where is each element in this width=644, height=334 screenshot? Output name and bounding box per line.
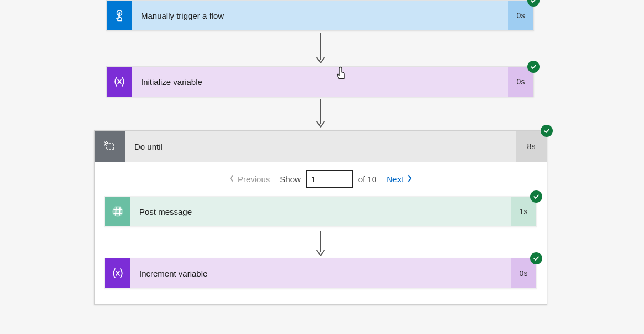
show-iteration-group: Show of 10 [280,170,376,188]
loop-icon [95,131,125,162]
flow-canvas: Manually trigger a flow 0s Initialize va… [0,0,644,334]
arrow-down-icon [315,97,326,129]
step-initialize-variable[interactable]: Initialize variable 0s [106,66,534,97]
iteration-input[interactable] [306,170,353,188]
next-iteration-button[interactable]: Next [386,174,412,184]
hash-icon [105,197,130,226]
show-label: Show [280,174,301,184]
previous-label: Previous [238,174,270,184]
next-label: Next [386,174,404,184]
previous-iteration-button[interactable]: Previous [229,174,270,184]
step-title: Manually trigger a flow [132,1,508,30]
success-badge-icon [541,125,553,137]
arrow-down-icon [104,227,537,258]
step-title: Increment variable [130,258,511,288]
success-badge-icon [530,190,542,203]
chevron-right-icon [407,174,412,184]
variable-icon [105,258,130,288]
step-title: Initialize variable [132,67,508,97]
step-trigger[interactable]: Manually trigger a flow 0s [106,0,534,31]
arrow-down-icon [315,31,326,65]
step-duration: 8s [516,131,547,162]
svg-point-5 [112,206,123,217]
svg-rect-4 [106,144,114,150]
success-badge-icon [530,252,542,264]
chevron-left-icon [229,174,234,184]
of-total-label: of 10 [358,174,376,184]
do-until-body: Previous Show of 10 Next [95,162,547,304]
variable-icon [107,67,132,97]
step-do-until-container[interactable]: Do until 8s Previous Show of 10 [94,130,547,305]
touch-icon [107,1,132,30]
step-do-until-header[interactable]: Do until 8s [95,131,547,162]
success-badge-icon [527,61,540,73]
step-title: Do until [125,131,516,162]
iteration-pager: Previous Show of 10 Next [104,162,537,196]
step-title: Post message [130,197,511,226]
step-post-message[interactable]: Post message 1s [104,196,537,227]
step-increment-variable[interactable]: Increment variable 0s [104,258,537,289]
